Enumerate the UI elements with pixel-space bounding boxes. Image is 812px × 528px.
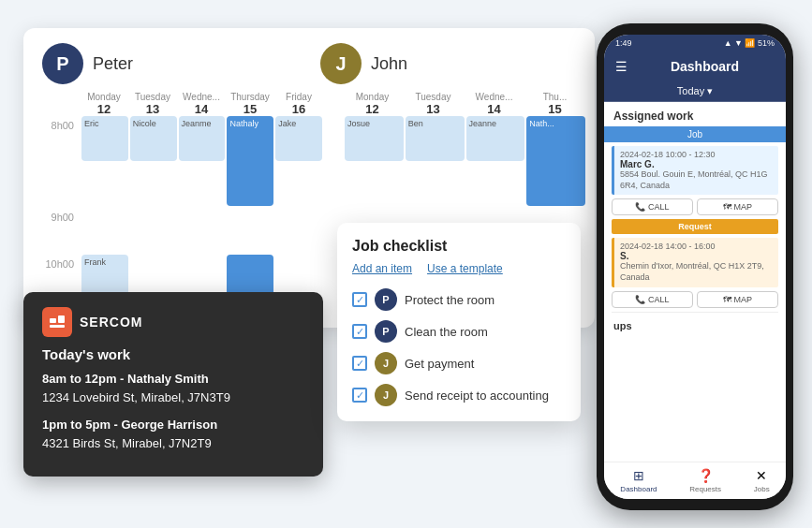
entry2-addr: 4321 Birds St, Mirabel, J7N2T9 bbox=[42, 434, 304, 453]
svg-rect-1 bbox=[58, 315, 65, 323]
phone-job-block-2: 2024-02-18 14:00 - 16:00 S. Chemin d'Ixo… bbox=[612, 238, 778, 286]
entry1-addr: 1234 Lovebird St, Mirabel, J7N3T9 bbox=[42, 389, 304, 407]
phone-app-header: ☰ Dashboard bbox=[604, 51, 786, 81]
time-label-9: 9h00 bbox=[33, 208, 80, 253]
nav-jobs-label: Jobs bbox=[754, 485, 770, 493]
phone-request-btn[interactable]: Request bbox=[612, 219, 778, 234]
check-icon-4: ✓ bbox=[352, 388, 367, 403]
day-header-mon12-left: Monday12 bbox=[80, 92, 128, 116]
today-work-card: SERCOM Today's work 8am to 12pm - Nathal… bbox=[23, 292, 323, 477]
checklist-avatar-2: P bbox=[375, 320, 397, 343]
phone-job2-time: 2024-02-18 14:00 - 16:00 bbox=[620, 242, 773, 251]
checklist-item-4: ✓ J Send receipt to accounting bbox=[352, 384, 566, 406]
phone-job2-addr: Chemin d'Ixor, Montréal, QC H1X 2T9, Can… bbox=[620, 261, 773, 283]
phone-map-btn-1[interactable]: 🗺 MAP bbox=[697, 198, 778, 215]
person1-header: P Peter bbox=[42, 43, 133, 84]
day-header-tue13-left: Tuesday13 bbox=[128, 92, 177, 116]
person2-name: John bbox=[371, 54, 407, 74]
checklist-item-text-3: Get payment bbox=[405, 357, 474, 371]
avatar-john: J bbox=[320, 43, 362, 84]
requests-nav-icon: ❓ bbox=[698, 468, 714, 483]
check-icon-2: ✓ bbox=[352, 324, 367, 339]
checklist-avatar-1: P bbox=[375, 288, 397, 311]
cell-empty-9-4 bbox=[227, 208, 273, 253]
today-dropdown-label[interactable]: Today ▾ bbox=[677, 85, 713, 96]
checklist-actions[interactable]: Add an item Use a template bbox=[352, 262, 566, 275]
phone-groups-title: ups bbox=[604, 316, 786, 335]
time-label-8: 8h00 bbox=[33, 116, 80, 206]
cell-jeanme: Jeanme bbox=[179, 116, 226, 161]
phone-content: Assigned work Job 2024-02-18 10:00 - 12:… bbox=[604, 102, 786, 462]
cell-nathaly: Nathaly bbox=[227, 116, 273, 206]
add-item-link[interactable]: Add an item bbox=[352, 262, 412, 275]
phone-job2-actions[interactable]: 📞 CALL 🗺 MAP bbox=[612, 291, 778, 308]
svg-rect-0 bbox=[50, 318, 56, 323]
check-icon-1: ✓ bbox=[352, 292, 367, 307]
checklist-avatar-3: J bbox=[375, 352, 397, 374]
nav-jobs[interactable]: ✕ Jobs bbox=[754, 468, 770, 493]
day-header-thu15: Thursday15 bbox=[226, 92, 274, 116]
cell-empty-9-3 bbox=[179, 208, 226, 253]
nav-dashboard-label: Dashboard bbox=[620, 485, 657, 493]
logo-text: SERCOM bbox=[80, 315, 142, 330]
divider bbox=[612, 312, 778, 313]
use-template-link[interactable]: Use a template bbox=[427, 262, 503, 275]
phone-job-col-header: Job bbox=[604, 126, 786, 142]
nav-requests[interactable]: ❓ Requests bbox=[689, 468, 721, 493]
phone-job1-time: 2024-02-18 10:00 - 12:30 bbox=[620, 150, 773, 159]
phone-header-title: Dashboard bbox=[635, 59, 775, 74]
day-header-tue13-right: Tuesday13 bbox=[403, 92, 464, 116]
phone-job2-name: S. bbox=[620, 251, 773, 261]
entry2-time: 1pm to 5pm - George Harrison bbox=[42, 416, 304, 434]
assigned-work-title: Assigned work bbox=[604, 102, 786, 126]
day-header-thu15-right: Thu...15 bbox=[524, 92, 585, 116]
checklist-card: Job checklist Add an item Use a template… bbox=[337, 223, 581, 421]
phone-time: 1:49 bbox=[615, 38, 632, 48]
cell-empty-9-1 bbox=[81, 208, 128, 253]
phone-map-btn-2[interactable]: 🗺 MAP bbox=[697, 291, 778, 308]
checklist-item-1: ✓ P Protect the room bbox=[352, 288, 566, 311]
person2-header: J John bbox=[320, 43, 407, 84]
phone-job1-actions[interactable]: 📞 CALL 🗺 MAP bbox=[612, 198, 778, 215]
check-icon-3: ✓ bbox=[352, 356, 367, 371]
checklist-items: ✓ P Protect the room ✓ P Clean the room … bbox=[352, 288, 566, 406]
avatar-peter: P bbox=[42, 43, 83, 84]
cell-eric: Eric bbox=[81, 116, 128, 161]
phone-call-btn-2[interactable]: 📞 CALL bbox=[612, 291, 693, 308]
cell-empty-9-5 bbox=[275, 208, 322, 253]
checklist-item-text-1: Protect the room bbox=[405, 293, 495, 307]
checklist-item-3: ✓ J Get payment bbox=[352, 352, 566, 374]
cell-ben: Ben bbox=[406, 116, 465, 161]
cell-nath: Nath... bbox=[526, 116, 585, 206]
person1-name: Peter bbox=[93, 54, 133, 74]
cell-nicole: Nicole bbox=[130, 116, 177, 161]
day-header-wed14-right: Wedne...14 bbox=[464, 92, 524, 116]
phone-status-icons: ▲ ▼ 📶 51% bbox=[724, 38, 775, 48]
cell-empty-9-2 bbox=[130, 208, 177, 253]
today-work-logo: SERCOM bbox=[42, 307, 304, 337]
sercom-logo-icon bbox=[42, 307, 72, 337]
today-entry2: 1pm to 5pm - George Harrison 4321 Birds … bbox=[42, 416, 304, 452]
checklist-item-text-4: Send receipt to accounting bbox=[405, 389, 549, 403]
phone-today-bar[interactable]: Today ▾ bbox=[604, 81, 786, 102]
phone-job1-addr: 5854 Boul. Gouin E, Montréal, QC H1G 6R4… bbox=[620, 169, 773, 191]
day-header-fri16: Friday16 bbox=[274, 92, 323, 116]
cell-jeanne: Jeanne bbox=[466, 116, 525, 161]
today-entry1: 8am to 12pm - Nathaly Smith 1234 Lovebir… bbox=[42, 370, 304, 406]
cell-jake: Jake bbox=[275, 116, 322, 161]
checklist-title: Job checklist bbox=[352, 238, 566, 255]
nav-dashboard[interactable]: ⊞ Dashboard bbox=[620, 468, 657, 493]
calendar-header: P Peter J John bbox=[23, 28, 595, 92]
checklist-item-2: ✓ P Clean the room bbox=[352, 320, 566, 343]
phone-job1-name: Marc G. bbox=[620, 159, 773, 169]
cell-josue: Josue bbox=[345, 116, 404, 161]
phone-call-btn-1[interactable]: 📞 CALL bbox=[612, 198, 693, 215]
phone-status-bar: 1:49 ▲ ▼ 📶 51% bbox=[604, 35, 786, 51]
hamburger-icon[interactable]: ☰ bbox=[615, 59, 627, 74]
phone-screen: 1:49 ▲ ▼ 📶 51% ☰ Dashboard Today ▾ Assig… bbox=[604, 35, 786, 499]
svg-rect-2 bbox=[50, 325, 65, 328]
dashboard-nav-icon: ⊞ bbox=[633, 468, 644, 483]
phone-mockup: 1:49 ▲ ▼ 📶 51% ☰ Dashboard Today ▾ Assig… bbox=[597, 23, 793, 510]
day-header-mon12-right: Monday12 bbox=[342, 92, 403, 116]
phone-job-block-1: 2024-02-18 10:00 - 12:30 Marc G. 5854 Bo… bbox=[612, 146, 778, 195]
